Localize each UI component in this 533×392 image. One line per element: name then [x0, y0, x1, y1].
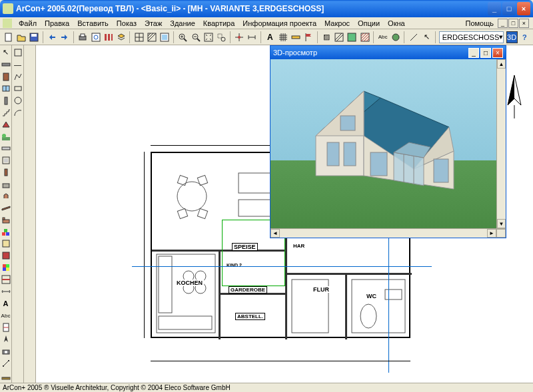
- dimension2-icon[interactable]: [1, 286, 11, 297]
- balcony-icon[interactable]: [1, 179, 11, 190]
- preview-minimize[interactable]: _: [468, 48, 479, 58]
- menu-view[interactable]: Показ: [113, 19, 141, 28]
- preview-h-scrollbar[interactable]: ◄ ►: [270, 228, 506, 238]
- preview-close[interactable]: ×: [492, 48, 503, 58]
- line-icon[interactable]: [408, 31, 419, 43]
- preview-maximize[interactable]: □: [480, 48, 491, 58]
- window-tool-icon[interactable]: [1, 83, 11, 94]
- pointer-icon[interactable]: ↖: [1, 47, 11, 58]
- rect-icon[interactable]: [13, 83, 23, 94]
- mdi-close[interactable]: ×: [519, 19, 529, 28]
- columns-icon[interactable]: [103, 31, 114, 43]
- zoom-in-icon[interactable]: [177, 31, 189, 43]
- layer-combo[interactable]: ERDGESCHOSS▾: [439, 31, 504, 43]
- dormer-icon[interactable]: [1, 191, 11, 202]
- preview-icon[interactable]: [90, 31, 101, 43]
- menu-floor[interactable]: Этаж: [141, 19, 166, 28]
- roof-icon[interactable]: [1, 119, 11, 130]
- hatch3-icon[interactable]: [334, 31, 345, 43]
- menu-windows[interactable]: Окна: [384, 19, 409, 28]
- menu-macros[interactable]: Макрос: [320, 19, 354, 28]
- wall-icon[interactable]: [1, 59, 11, 70]
- minimize-button[interactable]: _: [488, 2, 501, 15]
- app-menu-icon[interactable]: [3, 19, 12, 28]
- new-icon[interactable]: [3, 31, 14, 43]
- redo-icon[interactable]: [59, 31, 71, 43]
- section-icon[interactable]: [1, 322, 11, 333]
- menu-file[interactable]: Файл: [15, 19, 41, 28]
- close-button[interactable]: ×: [517, 2, 530, 15]
- menu-help[interactable]: Помощь: [462, 19, 498, 28]
- text-icon[interactable]: A: [265, 31, 276, 43]
- scroll-down-icon[interactable]: ▼: [497, 219, 506, 228]
- preview-titlebar[interactable]: 3D-просмотр _ □ ×: [270, 46, 506, 59]
- scroll-right-icon[interactable]: ►: [487, 229, 496, 238]
- preview-v-scrollbar[interactable]: ▲ ▼: [496, 59, 506, 228]
- arrow-tool-icon[interactable]: ↖: [421, 31, 432, 43]
- column-icon[interactable]: [1, 95, 11, 106]
- cutplane-icon[interactable]: [1, 274, 11, 285]
- line-type-icon[interactable]: —: [13, 59, 23, 70]
- room-icon[interactable]: [1, 239, 11, 250]
- area-icon[interactable]: [1, 250, 11, 261]
- label-icon[interactable]: Abc: [1, 310, 11, 321]
- furniture-icon[interactable]: [1, 215, 11, 226]
- hatch2-icon[interactable]: ▨: [320, 31, 332, 43]
- niche-icon[interactable]: [1, 155, 11, 166]
- open-icon[interactable]: [15, 31, 27, 43]
- menu-apartment[interactable]: Квартира: [199, 19, 239, 28]
- ruler-icon[interactable]: [290, 31, 301, 43]
- scroll-track-v[interactable]: [497, 69, 506, 219]
- blocks-icon[interactable]: [1, 227, 11, 238]
- layers-icon[interactable]: [115, 31, 127, 43]
- preview-window[interactable]: 3D-просмотр _ □ ×: [270, 45, 506, 238]
- top-view-icon[interactable]: [13, 47, 23, 58]
- slab-icon[interactable]: [1, 143, 11, 154]
- mdi-maximize[interactable]: □: [508, 19, 518, 28]
- menu-insert[interactable]: Вставить: [73, 19, 113, 28]
- camera-icon[interactable]: [1, 346, 11, 357]
- menu-edit[interactable]: Правка: [41, 19, 73, 28]
- save-icon[interactable]: [28, 31, 39, 43]
- grid-icon[interactable]: [133, 31, 145, 43]
- maximize-button[interactable]: □: [502, 2, 516, 15]
- mdi-minimize[interactable]: _: [498, 19, 508, 28]
- measure-icon[interactable]: [1, 358, 11, 369]
- landscape-icon[interactable]: [1, 131, 11, 142]
- door-icon[interactable]: [1, 71, 11, 82]
- menu-project-info[interactable]: Информация проекта: [239, 19, 320, 28]
- scroll-track-h[interactable]: [280, 229, 487, 238]
- fill-icon[interactable]: [346, 31, 358, 43]
- 3d-mode-icon[interactable]: 3D: [506, 31, 518, 43]
- menu-building[interactable]: Здание: [166, 19, 199, 28]
- dimension-icon[interactable]: [247, 31, 258, 43]
- arc-icon[interactable]: [13, 107, 23, 118]
- undo-icon[interactable]: [46, 31, 57, 43]
- beam-icon[interactable]: [1, 203, 11, 214]
- zoom-out-icon[interactable]: [190, 31, 201, 43]
- tree-icon[interactable]: [390, 31, 401, 43]
- color-icon[interactable]: [1, 262, 11, 273]
- zoom-fit-icon[interactable]: [203, 31, 214, 43]
- scroll-up-icon[interactable]: ▲: [497, 59, 506, 69]
- circle-icon[interactable]: [13, 95, 23, 106]
- poly-icon[interactable]: [13, 71, 23, 82]
- help-icon[interactable]: ?: [519, 31, 530, 43]
- snap-icon[interactable]: [234, 31, 245, 43]
- stairs-icon[interactable]: [1, 107, 11, 118]
- ruler2-icon[interactable]: [1, 370, 11, 381]
- zoom-window-icon[interactable]: [215, 31, 227, 43]
- grid2-icon[interactable]: [277, 31, 288, 43]
- window2-icon[interactable]: [159, 31, 171, 43]
- flag-icon[interactable]: [302, 31, 314, 43]
- menu-options[interactable]: Опции: [354, 19, 384, 28]
- north-icon[interactable]: [1, 334, 11, 345]
- hatch4-icon[interactable]: [359, 31, 370, 43]
- scroll-left-icon[interactable]: ◄: [270, 229, 280, 238]
- print-icon[interactable]: [77, 31, 89, 43]
- preview-viewport[interactable]: [270, 59, 506, 228]
- abc-icon[interactable]: Abc: [377, 31, 388, 43]
- chimney-icon[interactable]: [1, 167, 11, 178]
- text2-icon[interactable]: A: [1, 298, 11, 309]
- hatch-icon[interactable]: [147, 31, 158, 43]
